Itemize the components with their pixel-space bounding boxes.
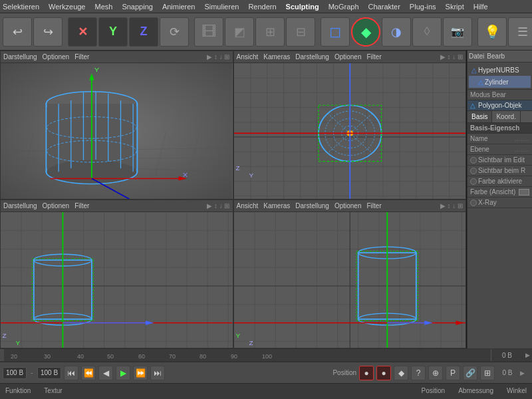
play-button[interactable]: ▶	[116, 366, 130, 380]
vp-filter2[interactable]: Filter	[367, 53, 382, 61]
keyframe-button[interactable]: ◆	[394, 366, 408, 380]
vp-kameras2[interactable]: Kameras	[263, 53, 290, 61]
zylinder-label: Zylinder	[485, 78, 509, 86]
rotate-button[interactable]: ⟳	[160, 17, 189, 47]
extrude-button[interactable]: ◑	[382, 17, 411, 47]
timeline[interactable]: 20 30 40 50 60 70 80 90 100 0 B ▶	[0, 348, 532, 362]
menu-mesh[interactable]: Mesh	[94, 3, 112, 11]
vp-ansicht2[interactable]: Ansicht	[237, 53, 259, 61]
menu-skript[interactable]: Skript	[446, 3, 464, 11]
menu-rendern[interactable]: Rendern	[248, 3, 276, 11]
prop-xray-check[interactable]	[470, 200, 477, 206]
menu-selektieren[interactable]: Selektieren	[3, 3, 39, 11]
anim-keyframe-button[interactable]: ◩	[225, 17, 254, 47]
menu-mograph[interactable]: MoGraph	[329, 3, 359, 11]
prop-sichtbar-render-label: Sichtbar beim R	[478, 167, 529, 174]
help-button[interactable]: ?	[411, 366, 426, 380]
next-frame-button[interactable]: ⏩	[133, 366, 148, 380]
play-reverse-button[interactable]: ◀	[98, 366, 113, 380]
vp-filter4[interactable]: Filter	[367, 202, 382, 209]
menu-animieren[interactable]: Animieren	[162, 3, 196, 11]
extras-button2[interactable]: 🔗	[463, 366, 477, 380]
viewport-perspective[interactable]: Darstellung Optionen Filter ▶ ↕ ↓ ⊞	[0, 51, 233, 200]
viewport-top[interactable]: Ansicht Kameras Darstellung Optionen Fil…	[233, 51, 467, 200]
left-view-svg: Z Y	[1, 212, 233, 348]
tab-basis[interactable]: Basis	[467, 111, 492, 122]
svg-rect-73	[1, 212, 233, 348]
right-panel-datei[interactable]: Datei	[469, 53, 484, 60]
menu-werkzeuge[interactable]: Werkzeuge	[49, 3, 85, 11]
y-axis-button[interactable]: Y	[98, 17, 128, 47]
svg-text:Z: Z	[235, 164, 239, 171]
timeline-ruler[interactable]: 20 30 40 50 60 70 80 90 100	[4, 349, 491, 361]
viewport-left-header: Darstellung Optionen Filter ▶ ↕ ↓ ⊞	[1, 200, 233, 212]
light-button[interactable]: 💡	[477, 17, 507, 47]
viewport-front[interactable]: Ansicht Kameras Darstellung Optionen Fil…	[233, 200, 467, 348]
prop-name-label: Name	[470, 135, 513, 142]
bottom-bar: - ⏮ ⏪ ◀ ▶ ⏩ ⏭ Position ● ● ◆ ? ⊕ P 🔗 ⊞ 0…	[0, 362, 532, 383]
prop-name-row: Name ........	[467, 134, 532, 144]
anim-key-button[interactable]: ⊞	[255, 17, 285, 47]
vp-optionen1[interactable]: Optionen	[43, 53, 70, 61]
anim-filmstrip-button[interactable]: 🎞	[194, 17, 223, 47]
vp-filter3[interactable]: Filter	[74, 202, 89, 209]
vp-darst4[interactable]: Darstellung	[295, 202, 329, 209]
vp-darstelling1[interactable]: Darstellung	[3, 53, 37, 61]
polygon-obj-icon: △	[470, 102, 475, 109]
extras-button1[interactable]: P	[446, 366, 460, 380]
toolbar: ↩ ↪ ✕ Y Z ⟳ 🎞 ◩ ⊞ ⊟ ◻ ◆ ◑ ◊ 📷 💡 ☰ ⊞ ⊟	[0, 13, 532, 51]
vp-darst2[interactable]: Darstellung	[295, 53, 329, 61]
farbe-color-swatch[interactable]	[519, 189, 529, 196]
prev-frame-button[interactable]: ⏪	[81, 366, 96, 380]
anim-extra-button[interactable]: ⊟	[286, 17, 315, 47]
deform-button[interactable]: ◊	[412, 17, 442, 47]
x-axis-button[interactable]: ✕	[68, 17, 97, 47]
vp-ansicht4[interactable]: Ansicht	[237, 202, 259, 209]
sculpt-active-button[interactable]: ◆	[351, 17, 380, 47]
goto-end-button[interactable]: ⏭	[150, 366, 165, 380]
snap-button[interactable]: ⊕	[428, 366, 443, 380]
prop-sichtbar-render-check[interactable]	[470, 168, 477, 174]
vp-opt2[interactable]: Optionen	[334, 53, 362, 61]
timeline-scroll-right[interactable]: ▶	[523, 349, 532, 361]
extras-button3[interactable]: ⊞	[480, 366, 495, 380]
timeline-mark-100: 100	[262, 353, 272, 360]
menu-hilfe[interactable]: Hilfe	[473, 3, 488, 11]
scroll-indicator[interactable]: ▶	[520, 370, 529, 376]
camera-button[interactable]: 📷	[443, 17, 472, 47]
undo-button[interactable]: ↩	[3, 17, 32, 47]
end-frame-input[interactable]	[37, 367, 61, 379]
vp-darstelling3[interactable]: Darstellung	[3, 202, 37, 209]
record-auto-button[interactable]: ●	[376, 366, 391, 380]
scene-item-hypernurbs[interactable]: △ HyperNURBS	[469, 64, 531, 76]
object-button[interactable]: ☰	[508, 17, 532, 47]
menu-simulieren[interactable]: Simulieren	[204, 3, 239, 11]
record-button[interactable]: ●	[359, 366, 374, 380]
status-funktion: Funktion	[5, 387, 31, 394]
tab-koord[interactable]: Koord.	[492, 111, 520, 122]
redo-button[interactable]: ↪	[33, 17, 63, 47]
scene-item-zylinder[interactable]: △ Zylinder	[469, 76, 531, 88]
prop-sichtbar-edit-check[interactable]	[470, 157, 477, 164]
cube-button[interactable]: ◻	[321, 17, 350, 47]
right-panel-bearb[interactable]: Bearb	[487, 53, 505, 60]
modus-bear-label: Modus Bear	[470, 91, 506, 98]
menu-sculpting[interactable]: Sculpting	[286, 3, 319, 11]
vp-opt4[interactable]: Optionen	[334, 202, 362, 209]
menu-charakter[interactable]: Charakter	[368, 3, 400, 11]
vp-optionen3[interactable]: Optionen	[43, 202, 70, 209]
viewports-area: Darstellung Optionen Filter ▶ ↕ ↓ ⊞	[0, 51, 467, 348]
viewport-left[interactable]: Darstellung Optionen Filter ▶ ↕ ↓ ⊞	[0, 200, 233, 348]
basis-section-title: Basis-Eigensch	[467, 123, 532, 134]
properties-panel: Modus Bear △ Polygon-Objek Basis Koord. …	[467, 89, 532, 348]
menu-snapping[interactable]: Snapping	[122, 3, 153, 11]
position-label: Position	[332, 369, 356, 376]
prop-farbe-aktiv-row: Farbe aktiviere	[467, 176, 532, 187]
goto-start-button[interactable]: ⏮	[64, 366, 78, 380]
z-axis-button[interactable]: Z	[129, 17, 158, 47]
prop-farbe-aktiv-check[interactable]	[470, 178, 477, 185]
vp-kameras4[interactable]: Kameras	[263, 202, 290, 209]
vp-filter1[interactable]: Filter	[74, 53, 89, 61]
start-frame-input[interactable]	[3, 367, 27, 379]
menu-plugins[interactable]: Plug-ins	[410, 3, 436, 11]
